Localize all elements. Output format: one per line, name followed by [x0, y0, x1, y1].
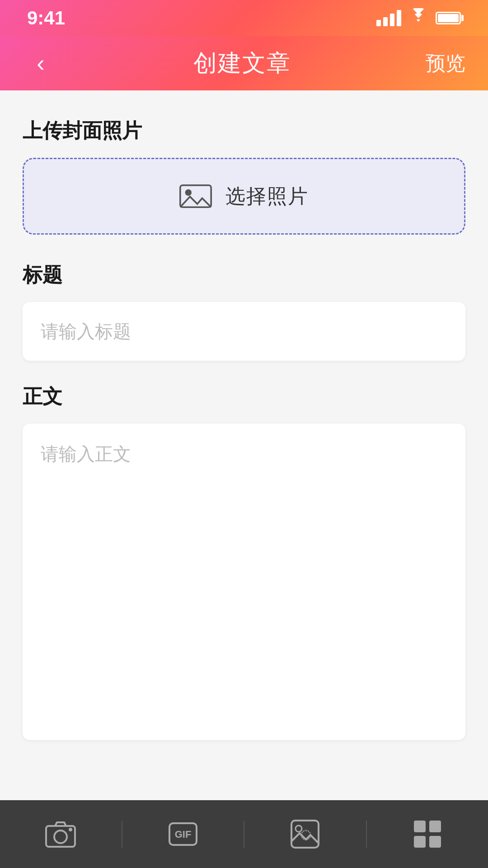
cover-section-label: 上传封面照片 [23, 118, 465, 144]
svg-point-8 [296, 826, 302, 832]
back-button[interactable]: ‹ [23, 50, 59, 77]
gif-icon: GIF [167, 818, 199, 850]
body-section-label: 正文 [23, 383, 465, 410]
header: ‹ 创建文章 预览 [0, 36, 488, 90]
title-input[interactable] [23, 302, 465, 361]
signal-icon [376, 10, 401, 26]
svg-rect-7 [291, 821, 319, 848]
body-section: 正文 [23, 383, 465, 742]
title-section-label: 标题 [23, 262, 465, 288]
status-time: 9:41 [27, 7, 65, 29]
toolbar-grid-button[interactable] [367, 800, 488, 868]
body-input[interactable] [23, 424, 465, 740]
svg-text:GIF: GIF [174, 829, 191, 840]
svg-rect-13 [429, 836, 441, 848]
svg-point-1 [185, 189, 192, 196]
svg-rect-11 [429, 821, 441, 832]
preview-button[interactable]: 预览 [426, 50, 465, 77]
wifi-icon [408, 8, 428, 28]
photo-upload-button[interactable]: 选择照片 [23, 158, 465, 235]
page-title: 创建文章 [193, 47, 291, 79]
svg-rect-10 [414, 821, 426, 832]
status-bar: 9:41 [0, 0, 488, 36]
image-icon [289, 818, 321, 850]
camera-icon [44, 818, 77, 850]
svg-point-4 [69, 828, 72, 831]
photo-upload-label: 选择照片 [225, 183, 309, 210]
battery-icon [436, 12, 461, 24]
toolbar-gif-button[interactable]: GIF [122, 800, 244, 868]
svg-point-3 [54, 830, 67, 843]
title-section: 标题 [23, 262, 465, 361]
svg-rect-12 [414, 836, 426, 848]
bottom-toolbar: GIF [0, 800, 488, 868]
status-icons [376, 8, 461, 28]
content-area: 上传封面照片 选择照片 标题 正文 [0, 90, 488, 800]
svg-point-9 [301, 830, 310, 840]
grid-icon [411, 818, 444, 850]
toolbar-image-button[interactable] [244, 800, 366, 868]
image-placeholder-icon [179, 180, 212, 212]
toolbar-camera-button[interactable] [0, 800, 122, 868]
svg-rect-0 [180, 185, 211, 208]
